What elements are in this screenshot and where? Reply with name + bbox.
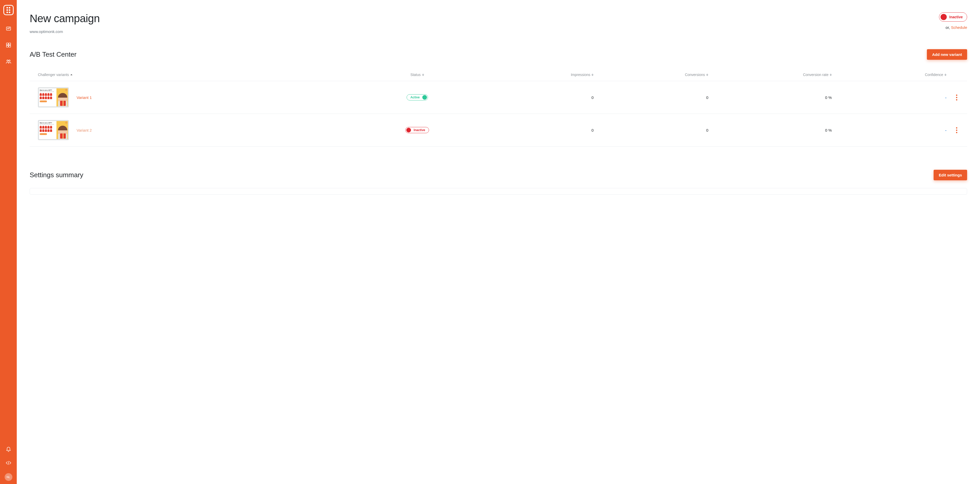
variant-cell: Want to win a GIFT? If you can spot the … [38, 87, 356, 108]
row-actions-menu[interactable] [955, 93, 959, 102]
col-impressions[interactable]: Impressions [479, 73, 594, 77]
left-sidebar: NL [0, 0, 17, 484]
sort-icon [944, 74, 947, 76]
variant-thumbnail[interactable]: Want to win a GIFT? If you can spot the … [38, 120, 69, 140]
conversion-rate-value: 0 % [708, 95, 832, 100]
edit-settings-button[interactable]: Edit settings [934, 170, 967, 180]
conversion-rate-value: 0 % [708, 128, 832, 132]
sort-icon [422, 74, 424, 76]
col-challenger-variants[interactable]: Challenger variants [38, 73, 356, 77]
sort-icon [706, 74, 708, 76]
variants-table: Challenger variants Status Impressions C… [30, 73, 967, 146]
notifications-icon[interactable] [5, 446, 11, 452]
variant-status-toggle[interactable]: Active [407, 94, 428, 100]
variant-cell: Want to win a GIFT? If you can spot the … [38, 120, 356, 140]
schedule-link[interactable]: Schedule [951, 25, 967, 30]
col-conversions[interactable]: Conversions [593, 73, 708, 77]
toggle-knob [422, 95, 427, 100]
svg-rect-2 [8, 43, 10, 45]
col-confidence[interactable]: Confidence [832, 73, 947, 77]
table-row: Want to win a GIFT? If you can spot the … [30, 114, 967, 146]
impressions-value: 0 [479, 128, 594, 132]
status-cell: Active [356, 94, 479, 100]
code-icon[interactable] [5, 460, 11, 466]
sort-asc-icon [70, 74, 72, 75]
table-row: Want to win a GIFT? If you can spot the … [30, 81, 967, 114]
variant-name-link[interactable]: Variant 1 [76, 95, 92, 100]
ab-test-section-title: A/B Test Center [30, 51, 76, 59]
sort-icon [830, 74, 832, 76]
confidence-value: - [832, 128, 947, 132]
confidence-value: - [832, 95, 947, 100]
add-new-variant-button[interactable]: Add new variant [927, 49, 967, 60]
variant-name-link[interactable]: Variant 2 [76, 128, 92, 132]
campaign-domain: www.optimonk.com [30, 29, 100, 34]
col-status[interactable]: Status [356, 73, 479, 77]
svg-point-5 [7, 60, 8, 62]
conversions-value: 0 [593, 128, 708, 132]
page-title: New campaign [30, 13, 100, 25]
variant-thumbnail[interactable]: Want to win a GIFT? If you can spot the … [38, 87, 69, 108]
col-conversion-rate[interactable]: Conversion rate [708, 73, 832, 77]
toggle-knob [406, 128, 411, 132]
schedule-line: or, Schedule [946, 25, 967, 30]
sort-icon [592, 74, 593, 76]
impressions-value: 0 [479, 95, 594, 100]
main-content: New campaign www.optimonk.com Inactive o… [17, 0, 980, 484]
svg-point-6 [8, 60, 10, 62]
conversions-value: 0 [593, 95, 708, 100]
settings-panel [30, 188, 967, 195]
campaign-status-label: Inactive [949, 15, 963, 19]
variant-status-toggle[interactable]: Inactive [405, 127, 429, 133]
table-header: Challenger variants Status Impressions C… [30, 73, 967, 81]
svg-rect-3 [6, 45, 8, 47]
users-icon[interactable] [5, 59, 11, 65]
toggle-knob [940, 14, 947, 20]
avatar[interactable]: NL [5, 473, 13, 481]
status-cell: Inactive [356, 127, 479, 133]
logo[interactable] [0, 2, 17, 18]
settings-section-title: Settings summary [30, 171, 83, 179]
svg-rect-1 [6, 43, 8, 45]
campaign-status-toggle[interactable]: Inactive [939, 13, 967, 22]
dashboard-icon[interactable] [5, 25, 11, 32]
templates-icon[interactable] [5, 42, 11, 48]
row-actions-menu[interactable] [955, 126, 959, 135]
svg-rect-4 [8, 45, 10, 47]
